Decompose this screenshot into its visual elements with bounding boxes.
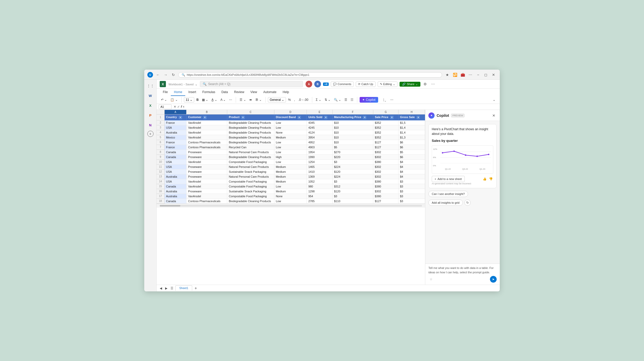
col-header-D[interactable]: D [274, 110, 307, 114]
sum-button[interactable]: Σ ⌄ [315, 97, 323, 102]
cell-r18-c4[interactable]: Low [274, 199, 307, 203]
cell-r11-c2[interactable]: Proseware [187, 164, 227, 169]
merge-button[interactable]: ⬌ [248, 97, 253, 102]
cell-r16-c1[interactable]: Australia [164, 189, 187, 194]
cell-reference-box[interactable]: A1 [159, 104, 172, 109]
cell-r9-c1[interactable]: Canada [164, 154, 187, 159]
font-color-button[interactable]: A ⌄ [219, 97, 227, 102]
cell-r15-c2[interactable]: VanArsdel [187, 184, 227, 189]
cell-r18-c8[interactable]: $3 [398, 199, 425, 203]
cell-r3-c1[interactable]: USA [164, 125, 187, 130]
cell-r17-c1[interactable]: Australia [164, 194, 187, 199]
cell-r16-c4[interactable]: Medium [274, 189, 307, 194]
cell-r6-c3[interactable]: Biodegradable Cleaning Products [227, 140, 274, 145]
cell-r5-c8[interactable]: $1,3 [398, 135, 425, 140]
conditional-format-button[interactable]: ☷ [349, 97, 355, 102]
cell-r16-c2[interactable]: Proseware [187, 189, 227, 194]
cell-r7-c4[interactable]: Low [274, 145, 307, 150]
add-sheet-button[interactable]: + [193, 286, 198, 291]
cell-r5-c6[interactable]: $10 [332, 135, 373, 140]
filter-icon-customer[interactable]: ▼ [203, 116, 207, 119]
cell-r3-c3[interactable]: Biodegradable Cleaning Products [227, 125, 274, 130]
filter-icon-product[interactable]: ▼ [241, 116, 245, 119]
cell-r11-c4[interactable]: Medium [274, 164, 307, 169]
cell-r9-c7[interactable]: $302 [373, 154, 398, 159]
col-header-C[interactable]: C [227, 110, 274, 114]
cell-r6-c2[interactable]: Contoso Pharmaceuticals [187, 140, 227, 145]
cell-r12-c5[interactable]: 1410 [307, 169, 332, 174]
cell-r18-c2[interactable]: Contoso Pharmaceuticals [187, 199, 227, 203]
cell-r5-c3[interactable]: Biodegradable Cleaning Products [227, 135, 274, 140]
tab-insert[interactable]: Insert [185, 89, 199, 96]
formula-input[interactable] [187, 104, 498, 109]
browser-favorites-icon[interactable]: ★ [444, 72, 450, 78]
copilot-chat-input[interactable] [435, 278, 488, 281]
cell-r10-c1[interactable]: USA [164, 159, 187, 164]
cell-r17-c7[interactable]: $380 [373, 194, 398, 199]
wrap-button[interactable]: 🖹 ⌄ [254, 97, 263, 102]
cell-r8-c4[interactable]: Low [274, 150, 307, 154]
ribbon-expand-button[interactable]: ⌄ [492, 97, 497, 102]
filter-icon-discount[interactable]: ▼ [298, 116, 301, 119]
cell-r3-c2[interactable]: VanArsdel [187, 125, 227, 130]
cell-r9-c8[interactable]: $6 [398, 154, 425, 159]
paste-button[interactable]: 📋 ⌄ [169, 97, 179, 102]
cell-r17-c6[interactable]: $3 [332, 194, 373, 199]
borders-button[interactable]: ▦ ⌄ [201, 97, 209, 102]
browser-address-bar[interactable]: 🔍 https://onedrive.live.com/w:/t/EaCKkPs… [178, 72, 442, 78]
add-all-insights-button[interactable]: Add all insights to grid [428, 200, 463, 206]
cell-r7-c6[interactable]: $5 [332, 145, 373, 150]
cell-r14-c5[interactable]: 1052 [307, 179, 332, 184]
col-header-H[interactable]: H [398, 110, 425, 114]
cell-r8-c1[interactable]: Canada [164, 150, 187, 154]
cell-r7-c5[interactable]: 4903 [307, 145, 332, 150]
browser-more-icon[interactable]: ⋯ [467, 72, 473, 78]
copilot-send-button[interactable]: ➤ [490, 276, 497, 283]
cell-r6-c6[interactable]: $10 [332, 140, 373, 145]
cell-r12-c2[interactable]: Proseware [187, 169, 227, 174]
col-header-G[interactable]: G [373, 110, 398, 114]
cell-r4-c8[interactable]: $1,4 [398, 130, 425, 135]
cell-r14-c6[interactable]: $3 [332, 179, 373, 184]
cell-r16-c5[interactable]: 1298 [307, 189, 332, 194]
cell-r11-c3[interactable]: Natural Personal Care Products [227, 164, 274, 169]
share-button[interactable]: 🔗 Share ⌄ [400, 82, 420, 87]
more-options-icon-button[interactable]: ⋯ [430, 81, 436, 87]
cell-r13-c8[interactable]: $4 [398, 174, 425, 179]
sheet-scroll-left-button[interactable]: ◀ [159, 286, 163, 291]
find-button[interactable]: 🔍 ⌄ [333, 97, 342, 102]
cell-r8-c8[interactable]: $5 [398, 150, 425, 154]
cell-r3-c8[interactable]: $1,4 [398, 125, 425, 130]
cell-r12-c4[interactable]: Medium [274, 169, 307, 174]
sort-button[interactable]: ⇅ ⌄ [323, 97, 332, 102]
cell-r15-c7[interactable]: $380 [373, 184, 398, 189]
cell-r14-c4[interactable]: Medium [274, 179, 307, 184]
cell-r11-c1[interactable]: USA [164, 164, 187, 169]
cell-r18-c6[interactable]: $110 [332, 199, 373, 203]
filter-icon-country[interactable]: ▼ [179, 116, 182, 119]
cell-r7-c3[interactable]: Recycled Can [227, 145, 274, 150]
cell-r10-c7[interactable]: $380 [373, 159, 398, 164]
browser-refresh-button[interactable]: ↻ [171, 72, 176, 78]
thumbs-down-button[interactable]: 👎 [488, 176, 493, 182]
cell-r9-c5[interactable]: 1990 [307, 154, 332, 159]
cell-r17-c5[interactable]: 954 [307, 194, 332, 199]
increase-decimal-button[interactable]: .0→.00 [297, 97, 310, 102]
cell-r3-c4[interactable]: Low [274, 125, 307, 130]
cell-r4-c6[interactable]: $10 [332, 130, 373, 135]
cell-r4-c3[interactable]: Biodegradable Cleaning Products [227, 130, 274, 135]
cell-r5-c4[interactable]: Medium [274, 135, 307, 140]
cell-r14-c7[interactable]: $380 [373, 179, 398, 184]
tab-data[interactable]: Data [218, 89, 231, 96]
cell-r6-c8[interactable]: $6 [398, 140, 425, 145]
cell-r3-c6[interactable]: $10 [332, 125, 373, 130]
thumbs-up-button[interactable]: 👍 [482, 176, 487, 182]
bold-button[interactable]: B [195, 97, 200, 102]
browser-minimize-icon[interactable]: − [475, 72, 481, 78]
filter-icon-mfg[interactable]: ▼ [363, 116, 366, 119]
sidebar-icon-powerpoint[interactable]: P [146, 111, 155, 119]
cell-r15-c6[interactable]: $312 [332, 184, 373, 189]
cell-r13-c3[interactable]: Natural Personal Care Products [227, 174, 274, 179]
browser-forward-button[interactable]: → [163, 72, 168, 78]
confirm-formula-icon[interactable]: ✓ [177, 105, 180, 109]
